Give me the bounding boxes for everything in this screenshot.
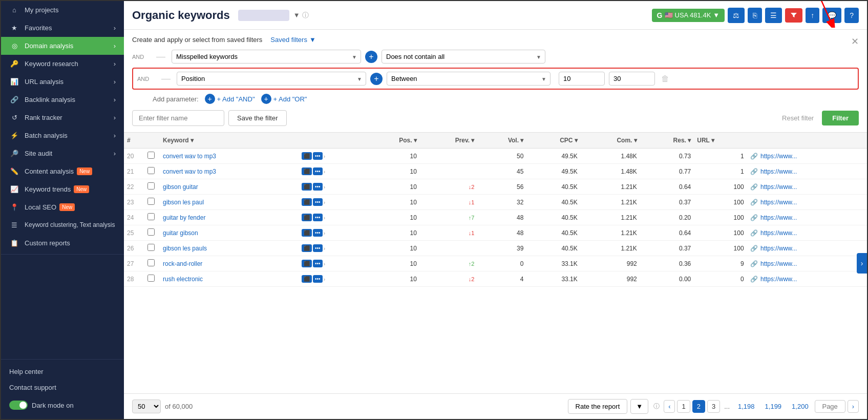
url-cell[interactable]: 🔗 https://www...: [747, 195, 867, 210]
country-selector[interactable]: G 🇺🇸 USA 481.4K ▼: [652, 9, 725, 22]
chat-button[interactable]: 💬: [822, 8, 841, 23]
row-checkbox[interactable]: [147, 167, 155, 174]
filter-name-input[interactable]: [132, 110, 224, 126]
sidebar-item-favorites[interactable]: ★ Favorites ›: [1, 19, 124, 37]
action-btn-2[interactable]: •••: [313, 214, 323, 221]
action-btn-1[interactable]: ⬛: [302, 260, 312, 267]
dropdown-arrow[interactable]: ▼: [293, 11, 300, 19]
keyword-cell[interactable]: rock-and-roller: [160, 256, 299, 271]
action-btn-1[interactable]: ⬛: [302, 198, 312, 206]
copy-button[interactable]: ⎘: [748, 8, 762, 23]
col-com[interactable]: Com. ▾: [581, 133, 640, 149]
list-button[interactable]: ☰: [765, 8, 782, 23]
action-btn-2[interactable]: •••: [313, 244, 323, 252]
scroll-right-button[interactable]: ›: [857, 253, 867, 274]
sidebar-item-keyword-research[interactable]: 🔑 Keyword research ›: [1, 55, 124, 73]
url-cell[interactable]: 🔗 https://www...: [747, 179, 867, 195]
page-3-button[interactable]: 3: [707, 400, 720, 413]
url-cell[interactable]: 🔗 https://www...: [747, 241, 867, 256]
sidebar-contact-support[interactable]: Contact support: [1, 380, 124, 395]
apply-filter-button[interactable]: Filter: [822, 111, 859, 125]
page-2-button[interactable]: 2: [692, 400, 705, 413]
per-page-select[interactable]: 50 100: [132, 400, 161, 413]
row-checkbox[interactable]: [147, 213, 155, 220]
page-1199-button[interactable]: 1,199: [761, 401, 786, 412]
page-1198-button[interactable]: 1,198: [734, 401, 759, 412]
sidebar-item-batch-analysis[interactable]: ⚡ Batch analysis ›: [1, 127, 124, 144]
value-input-2[interactable]: 30: [609, 72, 655, 86]
page-1200-button[interactable]: 1,200: [788, 401, 813, 412]
sidebar-item-url-analysis[interactable]: 📊 URL analysis ›: [1, 73, 124, 91]
domain-badge[interactable]: [238, 10, 289, 21]
row-checkbox[interactable]: [147, 228, 155, 236]
action-btn-2[interactable]: •••: [313, 183, 323, 191]
keyword-cell[interactable]: gibson les paul: [160, 195, 299, 210]
action-btn-1[interactable]: ⬛: [302, 244, 312, 252]
action-btn-1[interactable]: ⬛: [302, 183, 312, 191]
action-btn-1[interactable]: ⬛: [302, 214, 312, 221]
row-expand-icon[interactable]: ›: [324, 169, 326, 175]
url-cell[interactable]: 🔗 https://www...: [747, 210, 867, 225]
sidebar-item-keyword-clustering[interactable]: ☰ Keyword clustering, Text analysis: [1, 216, 124, 234]
keyword-cell[interactable]: guitar gibson: [160, 225, 299, 241]
row-expand-icon[interactable]: ›: [324, 245, 326, 251]
next-page-button[interactable]: ›: [848, 400, 859, 413]
rate-dropdown-button[interactable]: ▼: [630, 399, 648, 414]
keyword-cell[interactable]: convert wav to mp3: [160, 149, 299, 164]
filter-button[interactable]: [785, 8, 802, 23]
rate-report-button[interactable]: Rate the report: [568, 399, 628, 414]
row-expand-icon[interactable]: ›: [324, 199, 326, 205]
row-checkbox-cell[interactable]: [144, 225, 160, 241]
sidebar-item-site-audit[interactable]: 🔎 Site audit ›: [1, 144, 124, 162]
delete-filter-icon[interactable]: 🗑: [661, 74, 669, 83]
row-checkbox[interactable]: [147, 198, 155, 205]
add-and-button[interactable]: + + Add "AND": [205, 94, 255, 104]
value-input-1[interactable]: 10: [559, 72, 605, 86]
row-checkbox[interactable]: [147, 152, 155, 159]
keyword-cell[interactable]: guitar by fender: [160, 210, 299, 225]
col-keyword[interactable]: Keyword ▾: [160, 133, 299, 149]
row-expand-icon[interactable]: ›: [324, 230, 326, 236]
url-cell[interactable]: 🔗 https://www...: [747, 164, 867, 179]
sidebar-help-center[interactable]: Help center: [1, 364, 124, 380]
row-checkbox-cell[interactable]: [144, 164, 160, 179]
row-expand-icon[interactable]: ›: [324, 184, 326, 190]
filter-close-button[interactable]: ✕: [851, 36, 859, 47]
action-btn-1[interactable]: ⬛: [302, 229, 312, 237]
url-cell[interactable]: 🔗 https://www...: [747, 256, 867, 271]
col-vol[interactable]: Vol. ▾: [477, 133, 526, 149]
compare-button[interactable]: ⚖: [728, 8, 745, 23]
add-condition-button-1[interactable]: +: [365, 51, 377, 63]
action-btn-2[interactable]: •••: [313, 198, 323, 206]
row-checkbox-cell[interactable]: [144, 256, 160, 271]
toggle-switch[interactable]: [9, 401, 28, 410]
action-btn-2[interactable]: •••: [313, 229, 323, 237]
col-res[interactable]: Res. ▾: [640, 133, 694, 149]
save-filter-button[interactable]: Save the filter: [228, 110, 287, 126]
add-condition-button-2[interactable]: +: [370, 73, 383, 85]
row-checkbox[interactable]: [147, 244, 155, 251]
keyword-cell[interactable]: convert wav to mp3: [160, 164, 299, 179]
row-expand-icon[interactable]: ›: [324, 261, 326, 267]
condition-select-2[interactable]: Between: [387, 72, 551, 86]
page-1-button[interactable]: 1: [677, 400, 690, 413]
row-checkbox-cell[interactable]: [144, 195, 160, 210]
sidebar-item-keyword-trends[interactable]: 📈 Keyword trends New: [1, 180, 124, 198]
keyword-cell[interactable]: rush electronic: [160, 271, 299, 287]
action-btn-1[interactable]: ⬛: [302, 167, 312, 175]
prev-page-button[interactable]: ‹: [664, 400, 675, 413]
action-btn-2[interactable]: •••: [313, 152, 323, 160]
row-expand-icon[interactable]: ›: [324, 153, 326, 159]
url-cell[interactable]: 🔗 https://www...: [747, 225, 867, 241]
condition-select-1[interactable]: Does not contain all: [382, 50, 545, 64]
keyword-cell[interactable]: gibson les pauls: [160, 241, 299, 256]
row-checkbox[interactable]: [147, 275, 155, 282]
field-select-1[interactable]: Misspelled keywords: [172, 50, 361, 64]
col-pos[interactable]: Pos. ▾: [366, 133, 420, 149]
row-checkbox-cell[interactable]: [144, 149, 160, 164]
export-button[interactable]: ↑: [806, 8, 819, 23]
page-number-input[interactable]: [815, 400, 845, 413]
action-btn-2[interactable]: •••: [313, 275, 323, 283]
help-button[interactable]: ?: [844, 8, 859, 23]
sidebar-item-custom-reports[interactable]: 📋 Custom reports: [1, 234, 124, 252]
